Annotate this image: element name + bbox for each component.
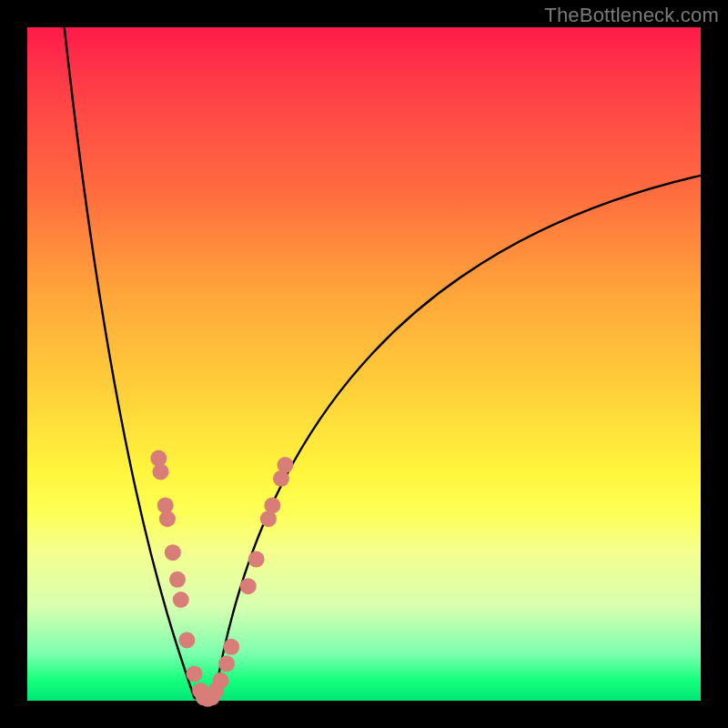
marker-left	[159, 511, 176, 527]
marker-right	[248, 551, 265, 568]
marker-left	[178, 632, 195, 648]
marker-right	[277, 457, 293, 473]
marker-left	[187, 665, 203, 682]
curve-layer	[0, 0, 728, 728]
marker-right	[212, 672, 228, 689]
marker-left	[165, 544, 181, 561]
bottleneck-curve	[215, 176, 701, 698]
marker-right	[264, 497, 280, 513]
marker-right	[218, 655, 235, 672]
marker-left	[173, 592, 189, 608]
marker-right	[240, 578, 257, 594]
watermark-text: TheBottleneck.com	[544, 4, 719, 27]
marker-left	[153, 463, 169, 480]
marker-right	[223, 639, 239, 655]
marker-left	[169, 571, 186, 588]
